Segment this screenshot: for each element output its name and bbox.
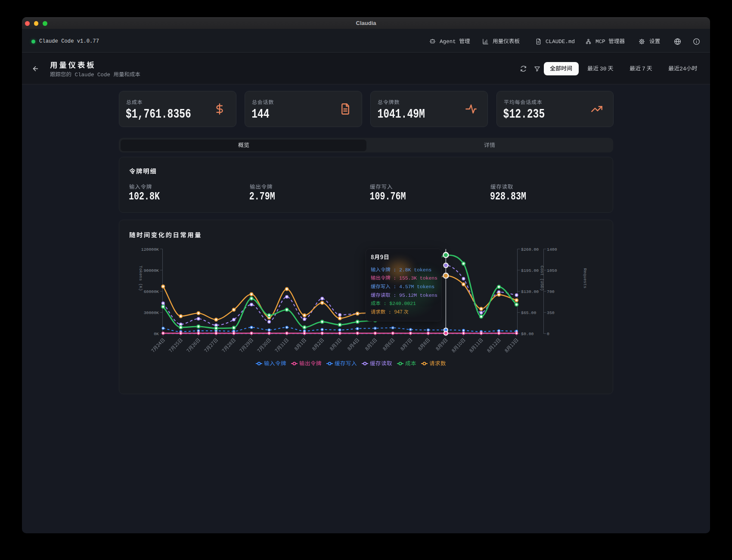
svg-text:0K: 0K [154,332,159,336]
svg-text:0: 0 [547,332,549,336]
svg-text:700: 700 [547,289,555,294]
svg-text:1400: 1400 [547,247,557,252]
svg-text:$260.00: $260.00 [521,247,539,252]
svg-text:30000K: 30000K [144,311,159,315]
svg-text:60000K: 60000K [144,289,159,294]
svg-text:Tokens (K): Tokens (K) [138,266,143,291]
svg-text:Requests: Requests [583,268,587,288]
svg-text:$65.00: $65.00 [521,311,536,315]
svg-text:Cost (USD): Cost (USD) [540,266,544,291]
svg-text:90000K: 90000K [144,268,159,273]
svg-text:$0.00: $0.00 [521,332,534,336]
svg-text:350: 350 [547,311,555,315]
svg-text:120000K: 120000K [141,247,159,252]
svg-text:$195.00: $195.00 [521,268,539,273]
svg-text:$130.00: $130.00 [521,289,539,294]
svg-text:1050: 1050 [547,268,557,273]
